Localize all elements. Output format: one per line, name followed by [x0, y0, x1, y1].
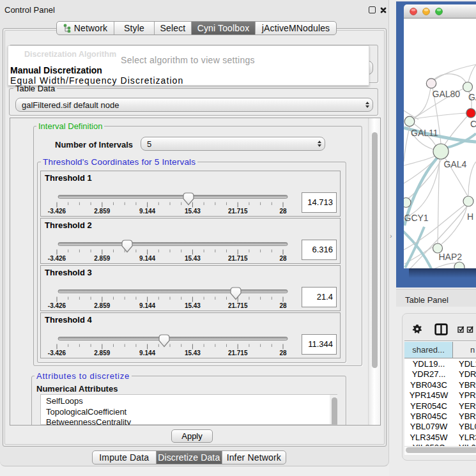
svg-text:GAL4: GAL4 [444, 159, 467, 169]
svg-text:GCY1: GCY1 [404, 213, 429, 223]
svg-text:2.859: 2.859 [94, 208, 110, 215]
svg-text:15.43: 15.43 [185, 208, 201, 215]
svg-text:GA: GA [468, 92, 476, 102]
svg-text:HAP2: HAP2 [439, 252, 463, 262]
svg-text:9.144: 9.144 [139, 349, 155, 357]
svg-text:15.43: 15.43 [185, 255, 201, 262]
svg-text:GAL80: GAL80 [433, 89, 461, 99]
svg-text:-3.426: -3.426 [48, 208, 66, 215]
svg-text:21.715: 21.715 [228, 302, 248, 309]
svg-text:2.859: 2.859 [94, 349, 110, 357]
svg-text:28: 28 [279, 255, 287, 262]
svg-text:15.43: 15.43 [185, 302, 201, 309]
svg-text:H: H [467, 211, 473, 222]
svg-text:21.715: 21.715 [228, 349, 248, 357]
svg-text:21.715: 21.715 [228, 208, 248, 215]
svg-text:GAL11: GAL11 [411, 128, 438, 138]
svg-text:2.859: 2.859 [94, 255, 110, 262]
svg-text:C: C [470, 119, 476, 129]
svg-text:9.144: 9.144 [139, 255, 155, 262]
svg-text:28: 28 [279, 208, 287, 215]
svg-text:-3.426: -3.426 [48, 255, 66, 262]
svg-text:-3.426: -3.426 [48, 349, 66, 357]
svg-text:9.144: 9.144 [139, 302, 155, 309]
svg-text:21.715: 21.715 [228, 255, 248, 262]
svg-text:-3.426: -3.426 [48, 302, 66, 309]
svg-text:28: 28 [279, 302, 287, 309]
svg-text:15.43: 15.43 [185, 349, 201, 357]
svg-text:9.144: 9.144 [139, 208, 155, 215]
svg-text:2.859: 2.859 [94, 302, 110, 309]
svg-text:28: 28 [279, 349, 287, 357]
